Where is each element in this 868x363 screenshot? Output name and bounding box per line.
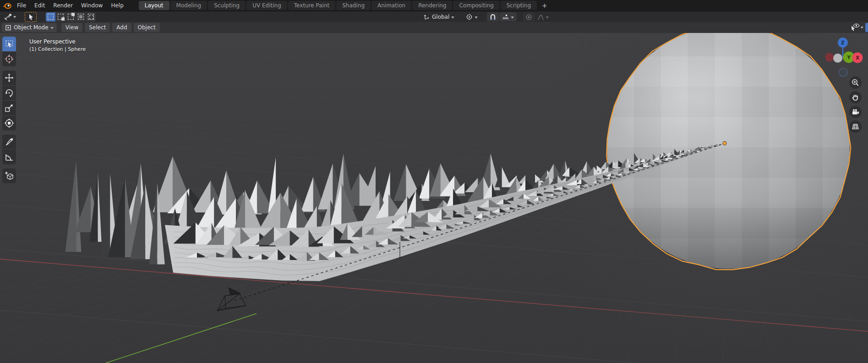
- select-mode-subtract[interactable]: [66, 12, 76, 22]
- viewport-header: Object Mode ▼ ViewSelectAddObject ▼: [0, 22, 868, 33]
- view-perspective-label: User Perspective: [29, 38, 76, 45]
- tab-animation[interactable]: Animation: [371, 1, 411, 10]
- menu-window[interactable]: Window: [77, 1, 107, 10]
- object-origin-dot[interactable]: [723, 141, 726, 145]
- cursor-arrow-icon: [28, 14, 34, 20]
- tool-move[interactable]: [2, 70, 16, 85]
- menu-edit[interactable]: Edit: [30, 1, 49, 10]
- mode-dropdown[interactable]: Object Mode ▼: [2, 23, 57, 32]
- tab-compositing[interactable]: Compositing: [453, 1, 499, 10]
- viewport-menu-object[interactable]: Object: [134, 23, 160, 32]
- select-mode-set-icon: [48, 14, 54, 20]
- object-mode-icon: [5, 25, 11, 31]
- move-icon: [4, 73, 14, 83]
- gizmo-axis-y: Y: [846, 55, 851, 60]
- workspace-tabs: LayoutModelingSculptingUV EditingTexture…: [139, 0, 551, 11]
- tool-settings-bar: ▼ Global ▼: [0, 11, 868, 22]
- transform-icon: [4, 118, 14, 128]
- tab-modeling[interactable]: Modeling: [170, 1, 207, 10]
- chevron-down-icon: ▼: [51, 26, 54, 29]
- blender-window: FileEditRenderWindowHelp LayoutModelingS…: [0, 0, 868, 363]
- transform-snap-group: Global ▼ ▼: [420, 12, 551, 22]
- orientation-icon: [423, 14, 430, 20]
- select-mode-intersect[interactable]: [86, 12, 96, 22]
- tool-scale[interactable]: [2, 101, 16, 115]
- active-object-label: (1) Collection | Sphere: [29, 46, 86, 52]
- mode-label: Object Mode: [14, 24, 49, 31]
- tool-annotate[interactable]: [2, 135, 16, 149]
- menu-help[interactable]: Help: [107, 1, 127, 10]
- select-mode-set[interactable]: [46, 12, 56, 22]
- menu-file[interactable]: File: [13, 1, 30, 10]
- select-mode-extend-icon: [58, 14, 64, 20]
- viewport-menus: ViewSelectAddObject: [57, 23, 160, 32]
- tool-settings-icon: [4, 13, 12, 21]
- select-mode-group: [46, 12, 96, 22]
- add-workspace-button[interactable]: +: [538, 1, 551, 10]
- nav-zoom-button[interactable]: [849, 76, 862, 89]
- orthographic-icon: [851, 122, 860, 131]
- orientation-label: Global: [432, 14, 449, 20]
- snap-toggle-button[interactable]: [487, 12, 499, 22]
- select-mode-extend[interactable]: [56, 12, 66, 22]
- select-mode-subtract-icon: [68, 14, 74, 20]
- topbar: FileEditRenderWindowHelp LayoutModelingS…: [0, 0, 868, 11]
- menu-bar: FileEditRenderWindowHelp: [13, 1, 128, 10]
- select-box-icon: [4, 39, 14, 49]
- chevron-down-icon: ▼: [13, 15, 16, 18]
- select-mode-invert-icon: [78, 14, 84, 20]
- pivot-point-icon: [466, 14, 473, 20]
- tool-cursor[interactable]: [2, 52, 16, 66]
- cursor-icon: [4, 54, 14, 64]
- tool-measure[interactable]: [2, 150, 16, 164]
- magnet-icon: [490, 14, 496, 20]
- pan-icon: [851, 93, 860, 102]
- chevron-down-icon: ▼: [475, 15, 477, 18]
- 3d-viewport[interactable]: User Perspective (1) Collection | Sphere…: [0, 33, 868, 363]
- blender-logo-icon[interactable]: [3, 1, 12, 10]
- object-visibility-dropdown[interactable]: ▼: [850, 23, 864, 32]
- viewport-nav-buttons: [849, 76, 862, 133]
- tab-scripting[interactable]: Scripting: [501, 1, 537, 10]
- proportional-edit-icon: [526, 14, 532, 20]
- tab-texture-paint[interactable]: Texture Paint: [288, 1, 335, 10]
- tool-transform[interactable]: [2, 116, 16, 130]
- proportional-falloff-dropdown[interactable]: ▼: [535, 12, 551, 22]
- tab-layout[interactable]: Layout: [139, 1, 169, 10]
- zoom-icon: [851, 78, 860, 87]
- viewport-canvas[interactable]: [0, 33, 868, 363]
- tab-uv-editing[interactable]: UV Editing: [246, 1, 287, 10]
- toolbar: [2, 37, 16, 184]
- proportional-editing-toggle[interactable]: [523, 12, 535, 22]
- shading-mode-button-partial[interactable]: [865, 23, 868, 32]
- snap-increment-icon: [502, 14, 509, 20]
- add-cube-icon: [4, 171, 14, 181]
- annotate-icon: [4, 137, 14, 147]
- snap-settings-dropdown[interactable]: ▼: [499, 12, 517, 22]
- tab-shading[interactable]: Shading: [336, 1, 371, 10]
- nav-orthographic-button[interactable]: [849, 120, 862, 133]
- viewport-menu-view[interactable]: View: [61, 23, 82, 32]
- viewport-menu-select[interactable]: Select: [85, 23, 110, 32]
- tool-rotate[interactable]: [2, 86, 16, 100]
- viewport-menu-add[interactable]: Add: [112, 23, 131, 32]
- tool-add-cube[interactable]: [2, 168, 16, 183]
- tool-select-box[interactable]: [2, 37, 16, 51]
- pivot-point-dropdown[interactable]: ▼: [463, 12, 480, 22]
- active-tool-indicator[interactable]: [25, 12, 37, 22]
- tab-sculpting[interactable]: Sculpting: [208, 1, 246, 10]
- editor-type-selector[interactable]: ▼: [3, 13, 17, 21]
- select-mode-intersect-icon: [88, 14, 94, 20]
- tab-rendering[interactable]: Rendering: [412, 1, 452, 10]
- select-mode-invert[interactable]: [76, 12, 86, 22]
- falloff-curve-icon: [537, 14, 544, 20]
- scale-icon: [4, 103, 14, 113]
- rotate-icon: [4, 88, 14, 98]
- gizmo-axis-z: Z: [841, 40, 844, 45]
- nav-pan-button[interactable]: [849, 91, 862, 103]
- transform-orientation-dropdown[interactable]: Global ▼: [420, 12, 457, 22]
- nav-camera-button[interactable]: [849, 106, 862, 118]
- menu-render[interactable]: Render: [49, 1, 77, 10]
- chevron-down-icon: ▼: [861, 26, 863, 29]
- chevron-down-icon: ▼: [511, 15, 514, 18]
